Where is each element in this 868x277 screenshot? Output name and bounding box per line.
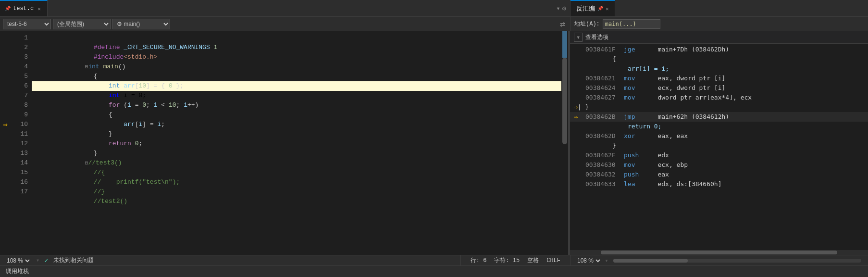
- disasm-line-11: }: [570, 141, 868, 151]
- func-select[interactable]: ⚙ main(): [112, 19, 170, 29]
- disasm-panel: ▾ 查看选项 0038461F jge main+7Dh (038462Dh) …: [570, 31, 868, 255]
- editor-vscroll-thumb[interactable]: [562, 58, 567, 144]
- disasm-line-6: 00384627 mov dword ptr arr[eax*4], ecx: [570, 93, 868, 102]
- call-stack-label: 调用堆栈: [6, 267, 29, 276]
- status-encoding: CRLF: [546, 257, 560, 264]
- scope-select[interactable]: (全局范围): [53, 19, 111, 29]
- code-editor: ⇒ 12345 678910 1112131415 1617: [0, 31, 568, 255]
- call-stack-bar: 调用堆栈: [0, 265, 868, 277]
- settings-icon[interactable]: ⚙: [562, 4, 566, 13]
- disasm-line-13: 00384630 mov ecx, ebp: [570, 160, 868, 170]
- code-line-1: #define _CRT_SECURE_NO_WARNINGS 1: [32, 33, 561, 43]
- disasm-line-7: ⇨ | }: [570, 102, 868, 112]
- disasm-line-5: 00384624 mov ecx, dword ptr [i]: [570, 83, 868, 93]
- code-line-13: ⊟//test3(): [32, 149, 561, 158]
- disasm-line-4: 00384621 mov eax, dword ptr [i]: [570, 74, 868, 83]
- editor-vscroll[interactable]: [561, 31, 568, 255]
- disasm-line-3: arr[i] = i;: [570, 64, 868, 74]
- code-line-17: //test2(): [32, 187, 561, 197]
- disasm-line-9: return 0;: [570, 122, 868, 131]
- split-panel-icon[interactable]: ⇄: [558, 19, 567, 29]
- disasm-current-arrow-icon: ⇒: [574, 112, 585, 122]
- disasm-hscroll[interactable]: [570, 250, 868, 255]
- disasm-line-14: 00384632 push eax: [570, 170, 868, 179]
- status-row: 行: 6: [471, 256, 487, 264]
- tab-disasm-close-icon[interactable]: ✕: [606, 6, 609, 12]
- line-numbers: 12345 678910 1112131415 1617: [11, 31, 32, 255]
- arrow-gutter: ⇒: [0, 31, 11, 255]
- status-message: 未找到相关问题: [53, 256, 94, 264]
- status-space: 空格: [527, 256, 539, 264]
- disasm-arrow-small-icon: ⇨: [574, 102, 578, 112]
- code-line-5: int arr[10] = { 0 };: [32, 72, 561, 81]
- disasm-addr-label: 地址(A):: [574, 20, 600, 28]
- tab-test-c-label: test.c: [13, 5, 34, 12]
- disasm-line-10: 0038462D xor eax, eax: [570, 131, 868, 141]
- disasm-zoom-select[interactable]: 108 %: [575, 257, 602, 264]
- file-select[interactable]: test-5-6: [3, 19, 51, 29]
- tab-disasm[interactable]: 反汇编 📌 ✕: [570, 0, 615, 16]
- dropdown-arrow-icon[interactable]: ▾: [556, 4, 560, 13]
- disasm-zoom-arrow-icon: ▾: [605, 257, 608, 264]
- status-ok-icon: ✓: [44, 256, 48, 264]
- tab-pin-icon: 📌: [5, 6, 11, 12]
- code-lines[interactable]: #define _CRT_SECURE_NO_WARNINGS 1 #inclu…: [32, 31, 561, 255]
- disasm-hscroll-thumb[interactable]: [601, 251, 838, 254]
- disasm-line-1: 0038461F jge main+7Dh (038462Dh): [570, 45, 868, 54]
- tab-disasm-label: 反汇编: [576, 4, 595, 13]
- status-col: 字符: 15: [494, 256, 520, 264]
- zoom-select[interactable]: 108 %: [5, 257, 31, 264]
- current-line-arrow-icon: ⇒: [3, 120, 8, 129]
- disasm-line-2: {: [570, 54, 868, 64]
- disasm-line-15: 00384633 lea edx, ds:[384660h]: [570, 179, 868, 189]
- tab-disasm-pin-icon: 📌: [597, 6, 603, 12]
- options-label: 查看选项: [585, 33, 608, 41]
- tab-close-icon[interactable]: ✕: [36, 5, 42, 13]
- disasm-addr-input[interactable]: [603, 19, 660, 29]
- code-line-15: // printf("test\n");: [32, 168, 561, 177]
- disasm-options-bar: ▾ 查看选项: [570, 31, 868, 44]
- options-collapse-icon[interactable]: ▾: [574, 33, 583, 42]
- disasm-line-8: ⇒ 0038462B jmp main+62h (0384612h): [570, 112, 868, 122]
- status-divider: ▾: [36, 257, 39, 264]
- disasm-line-12: 0038462F push edx: [570, 151, 868, 160]
- disasm-content[interactable]: 0038461F jge main+7Dh (038462Dh) { arr[i…: [570, 44, 868, 250]
- tab-test-c[interactable]: 📌 test.c ✕: [0, 0, 48, 16]
